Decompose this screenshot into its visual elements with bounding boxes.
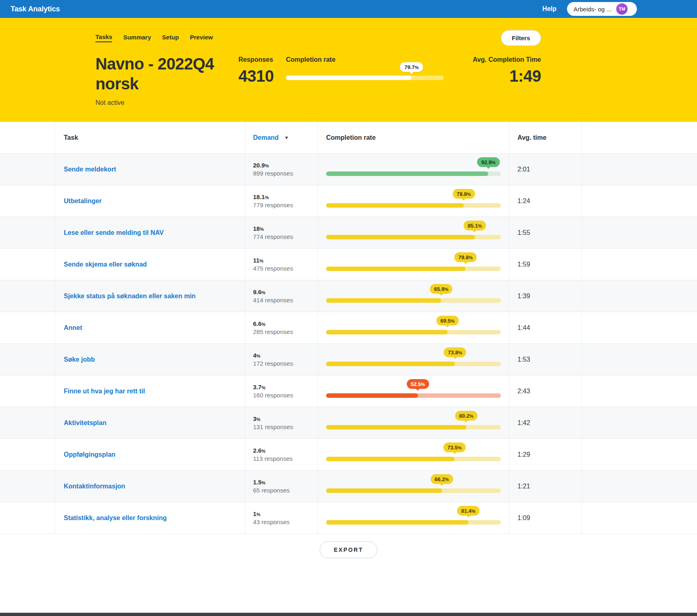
header-completion-tooltip: 79.7% <box>400 62 423 72</box>
task-link[interactable]: Statistikk, analyse eller forskning <box>64 514 167 522</box>
task-table-body: Sende meldekort 20.9% 899 responses 92.9… <box>0 154 697 534</box>
table-row: Annet 6.6% 285 responses 69.5% 1:44 <box>0 312 697 344</box>
completion-bar <box>326 267 501 271</box>
tab-summary[interactable]: Summary <box>123 34 151 42</box>
avg-time-value: 1:21 <box>509 471 582 502</box>
task-link[interactable]: Oppfølgingsplan <box>64 451 115 458</box>
task-link[interactable]: Søke jobb <box>64 356 95 363</box>
demand-value: 1.5% <box>253 479 318 486</box>
completion-bar <box>326 488 501 493</box>
filters-button[interactable]: Filters <box>501 30 541 46</box>
avg-time-value: 2:01 <box>509 154 582 185</box>
demand-value: 18% <box>253 225 318 232</box>
responses-count: 779 responses <box>253 202 318 208</box>
completion-bar-fill <box>326 425 466 429</box>
export-button[interactable]: EXPORT <box>320 541 378 558</box>
task-link[interactable]: Utbetalinger <box>64 197 102 205</box>
completion-bar-fill <box>326 457 455 461</box>
completion-badge: 52.5% <box>407 379 429 389</box>
avg-time-value: 2:43 <box>509 375 582 407</box>
avg-time-value: 1:49 <box>473 67 541 85</box>
demand-value: 4% <box>253 352 318 359</box>
completion-bar-fill <box>326 171 488 176</box>
completion-badge: 73.8% <box>444 347 466 357</box>
task-link[interactable]: Annet <box>64 324 82 332</box>
completion-bar-fill <box>326 488 442 493</box>
completion-bar <box>326 425 501 429</box>
completion-badge: 78.8% <box>452 189 475 199</box>
responses-count: 113 responses <box>253 455 318 462</box>
completion-badge: 85.1% <box>463 221 486 230</box>
table-row: Kontaktinformasjon 1.5% 65 responses 66.… <box>0 471 697 502</box>
responses-count: 131 responses <box>253 423 318 430</box>
task-link[interactable]: Sende meldekort <box>64 166 116 173</box>
task-link[interactable]: Lese eller sende melding til NAV <box>64 229 164 236</box>
completion-bar <box>326 330 501 334</box>
task-link[interactable]: Sjekke status på søknaden eller saken mi… <box>64 293 196 300</box>
topbar-right: Help Arbeids- og ... TM <box>542 2 686 16</box>
responses-stat: Responses 4310 <box>238 54 274 85</box>
column-header-demand[interactable]: Demand <box>253 134 279 141</box>
responses-count: 774 responses <box>253 233 318 240</box>
completion-bar-fill <box>326 298 441 303</box>
completion-bar-fill <box>326 203 464 208</box>
completion-bar-fill <box>326 520 468 525</box>
task-table: Task Demand ▾ Completion rate Avg. time … <box>0 122 697 534</box>
task-link[interactable]: Sende skjema eller søknad <box>64 261 147 268</box>
completion-bar-fill <box>326 393 418 398</box>
responses-count: 65 responses <box>253 487 318 494</box>
demand-value: 2.6% <box>253 447 318 454</box>
completion-bar <box>326 235 501 239</box>
completion-bar-fill <box>326 267 465 271</box>
completion-badge: 73.5% <box>444 442 466 452</box>
demand-value: 20.9% <box>253 162 318 169</box>
table-row: Sjekke status på søknaden eller saken mi… <box>0 280 697 312</box>
responses-value: 4310 <box>238 67 274 85</box>
completion-bar <box>326 171 501 176</box>
avg-time-value: 1:39 <box>509 280 582 312</box>
responses-count: 160 responses <box>253 392 318 399</box>
table-row: Finne ut hva jeg har rett til 3.7% 160 r… <box>0 375 697 407</box>
completion-bar <box>326 362 501 366</box>
completion-badge: 80.2% <box>455 411 477 421</box>
column-header-avg-time: Avg. time <box>517 134 546 141</box>
footer: EXPORT <box>0 534 697 616</box>
header-tabs: Tasks Summary Setup Preview <box>95 30 213 42</box>
page: Task Analytics Help Arbeids- og ... TM T… <box>0 0 697 616</box>
table-row: Statistikk, analyse eller forskning 1% 4… <box>0 502 697 534</box>
avg-time-value: 1:44 <box>509 312 582 343</box>
header-completion-fill <box>286 76 411 80</box>
help-link[interactable]: Help <box>542 5 556 13</box>
task-link[interactable]: Finne ut hva jeg har rett til <box>64 388 145 395</box>
completion-bar-fill <box>326 362 455 366</box>
completion-badge: 65.9% <box>430 284 452 294</box>
demand-value: 1% <box>253 510 318 517</box>
responses-count: 475 responses <box>253 265 318 272</box>
page-title: Navno - 2022Q4 norsk <box>95 54 238 94</box>
account-selector[interactable]: Arbeids- og ... TM <box>567 2 637 16</box>
completion-bar <box>326 457 501 461</box>
table-row: Utbetalinger 18.1% 779 responses 78.8% 1… <box>0 185 697 217</box>
status-text: Not active <box>95 99 238 106</box>
avatar: TM <box>616 3 628 15</box>
chevron-down-icon[interactable]: ▾ <box>285 135 288 140</box>
avg-time-value: 1:59 <box>509 249 582 280</box>
responses-label: Responses <box>238 56 274 63</box>
tab-setup[interactable]: Setup <box>162 34 179 42</box>
tab-tasks[interactable]: Tasks <box>95 33 112 42</box>
completion-badge: 66.2% <box>431 474 453 484</box>
completion-badge: 81.4% <box>457 506 479 516</box>
table-row: Oppfølgingsplan 2.6% 113 responses 73.5%… <box>0 439 697 471</box>
task-link[interactable]: Aktivitetsplan <box>64 419 106 427</box>
completion-stat: Completion rate 79.7% <box>286 54 444 80</box>
brand-logo[interactable]: Task Analytics <box>11 5 60 13</box>
avg-time-value: 1:29 <box>509 439 582 470</box>
avg-time-value: 1:09 <box>509 502 582 534</box>
table-row: Lese eller sende melding til NAV 18% 774… <box>0 217 697 249</box>
account-name: Arbeids- og ... <box>574 6 611 13</box>
demand-value: 11% <box>253 257 318 264</box>
task-link[interactable]: Kontaktinformasjon <box>64 483 125 490</box>
completion-badge: 79.8% <box>455 252 477 262</box>
tab-preview[interactable]: Preview <box>190 34 213 42</box>
responses-count: 899 responses <box>253 170 318 177</box>
